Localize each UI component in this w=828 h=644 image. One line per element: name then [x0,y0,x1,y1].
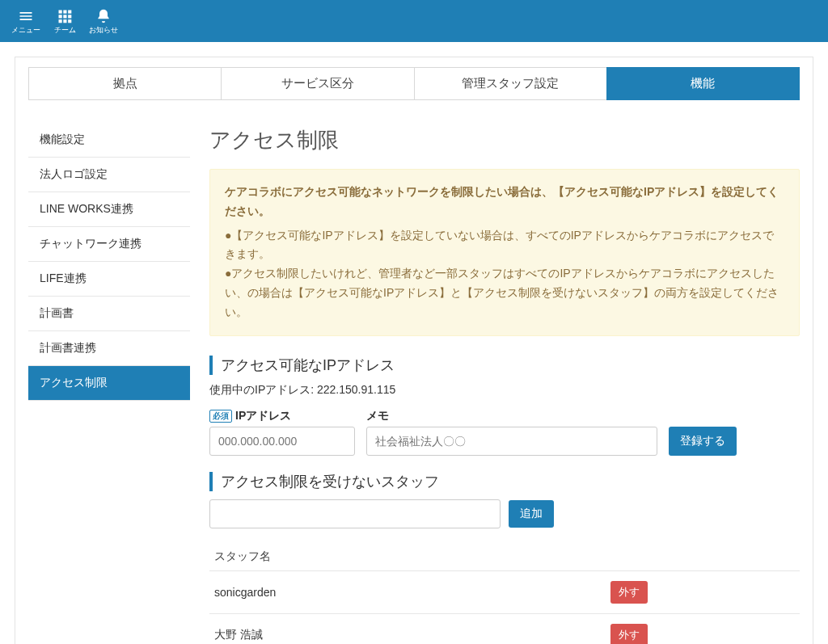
sidebar-item-label: LINE WORKS連携 [40,202,133,215]
sidebar-item-label: 機能設定 [40,133,85,145]
sidebar-item-label: LIFE連携 [40,271,87,284]
ip-form-row: 必須IPアドレス メモ 登録する [209,409,800,456]
submit-col: 登録する [669,427,737,456]
ip-label: 必須IPアドレス [209,409,355,423]
sidebar-item-settings[interactable]: 機能設定 [28,123,190,158]
nav-team[interactable]: チーム [45,0,84,42]
tab-admin-staff[interactable]: 管理スタッフ設定 [414,67,607,100]
page-container: 拠点 サービス区分 管理スタッフ設定 機能 機能設定 法人ロゴ設定 LINE W… [15,57,813,644]
svg-rect-1 [63,11,66,14]
main-panel: アクセス制限 ケアコラボにアクセス可能なネットワークを制限したい場合は、【アクセ… [209,123,800,644]
sidebar-item-access[interactable]: アクセス制限 [28,366,190,401]
main-tabs: 拠点 サービス区分 管理スタッフ設定 機能 [28,67,800,100]
col-staff-name: スタッフ名 [209,543,606,571]
nav-label: メニュー [11,27,40,34]
info-alert: ケアコラボにアクセス可能なネットワークを制限したい場合は、【アクセス可能なIPア… [209,169,800,336]
svg-rect-5 [68,15,71,18]
bell-icon [95,8,112,24]
sidebar-item-label: 計画書連携 [40,341,96,354]
sidebar-item-lineworks[interactable]: LINE WORKS連携 [28,192,190,227]
staff-search-input[interactable] [209,499,501,528]
col-actions [606,543,800,571]
svg-rect-6 [59,19,62,23]
remove-staff-button[interactable]: 外す [610,624,648,644]
tab-label: 管理スタッフ設定 [462,76,559,90]
current-ip: 使用中のIPアドレス: 222.150.91.115 [209,383,800,398]
sidebar-item-logo[interactable]: 法人ロゴ設定 [28,158,190,192]
page-title: アクセス制限 [209,126,800,154]
ip-label-text: IPアドレス [235,409,291,422]
app-header: メニュー チーム お知らせ [0,0,828,42]
sidebar-item-label: 法人ロゴ設定 [40,167,108,180]
sidebar-item-plan[interactable]: 計画書 [28,297,190,331]
table-row: 大野 浩誠 外す [209,613,800,644]
add-staff-button[interactable]: 追加 [509,500,554,528]
staff-table: スタッフ名 sonicgarden 外す 大野 浩誠 外す [209,543,800,644]
sidebar-item-life[interactable]: LIFE連携 [28,262,190,297]
staff-name-cell: sonicgarden [209,570,606,613]
tab-base[interactable]: 拠点 [28,67,222,100]
content-row: 機能設定 法人ロゴ設定 LINE WORKS連携 チャットワーク連携 LIFE連… [28,123,800,644]
tab-service[interactable]: サービス区分 [221,67,414,100]
nav-label: お知らせ [89,27,118,34]
ip-input[interactable] [209,427,355,456]
current-ip-label: 使用中のIPアドレス: [209,383,317,396]
current-ip-value: 222.150.91.115 [317,383,395,396]
menu-icon [18,8,34,24]
svg-rect-2 [68,11,71,14]
required-badge: 必須 [209,410,232,423]
svg-rect-0 [59,11,62,14]
grid-icon [57,8,73,24]
sidebar-item-plan-link[interactable]: 計画書連携 [28,331,190,366]
tab-label: 機能 [691,76,715,90]
staff-name-cell: 大野 浩誠 [209,613,606,644]
alert-line: ●【アクセス可能なIPアドレス】を設定していない場合は、すべてのIPアドレスから… [225,226,784,265]
ip-col: 必須IPアドレス [209,409,355,456]
memo-label: メモ [366,409,657,423]
sidebar-item-label: アクセス制限 [40,376,108,389]
sidebar-item-label: チャットワーク連携 [40,237,142,250]
svg-rect-7 [63,19,66,23]
remove-staff-button[interactable]: 外す [610,581,648,604]
nav-menu[interactable]: メニュー [6,0,45,42]
memo-col: メモ [366,409,657,456]
svg-rect-4 [63,15,66,18]
tab-label: サービス区分 [281,76,354,90]
tab-label: 拠点 [113,76,137,90]
nav-label: チーム [54,27,76,34]
sidebar: 機能設定 法人ロゴ設定 LINE WORKS連携 チャットワーク連携 LIFE連… [28,123,190,644]
alert-bold: ケアコラボにアクセス可能なネットワークを制限したい場合は、【アクセス可能なIPア… [225,183,784,221]
table-row: sonicgarden 外す [209,570,800,613]
tab-function[interactable]: 機能 [606,67,800,100]
register-button[interactable]: 登録する [669,427,737,456]
alert-line: ●アクセス制限したいけれど、管理者など一部スタッフはすべてのIPアドレスからケア… [225,264,784,322]
svg-rect-8 [68,19,71,23]
staff-section-heading: アクセス制限を受けないスタッフ [209,472,800,491]
staff-search-row: 追加 [209,499,800,528]
ip-section-heading: アクセス可能なIPアドレス [209,356,800,375]
memo-input[interactable] [366,427,657,456]
svg-rect-3 [59,15,62,18]
nav-notifications[interactable]: お知らせ [84,0,123,42]
sidebar-item-label: 計画書 [40,306,74,319]
sidebar-item-chatwork[interactable]: チャットワーク連携 [28,227,190,262]
